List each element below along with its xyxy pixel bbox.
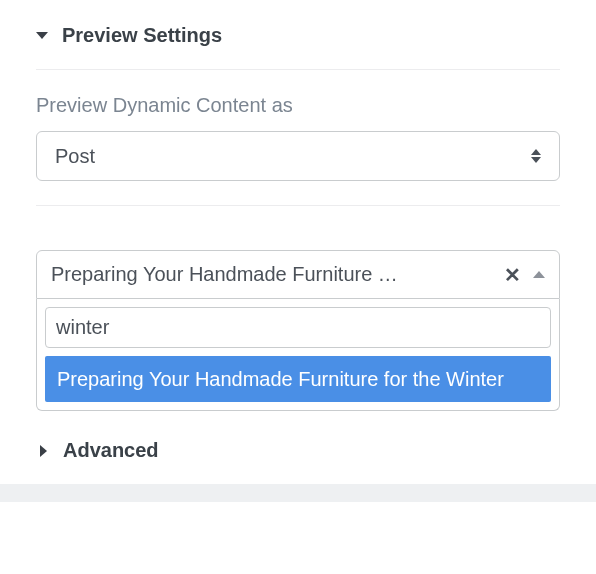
- combobox-selection[interactable]: Preparing Your Handmade Furniture … ✕: [36, 250, 560, 299]
- chevron-up-icon: [533, 271, 545, 278]
- section-title: Preview Settings: [62, 24, 222, 47]
- footer-band: [0, 484, 596, 502]
- post-search-combobox[interactable]: Preparing Your Handmade Furniture … ✕ Pr…: [36, 250, 560, 411]
- preview-settings-header[interactable]: Preview Settings: [36, 24, 560, 70]
- select-stepper-icon: [531, 149, 541, 163]
- combobox-search-wrap[interactable]: [45, 307, 551, 348]
- combobox-dropdown: Preparing Your Handmade Furniture for th…: [36, 299, 560, 411]
- combobox-search-input[interactable]: [56, 316, 540, 339]
- preview-content-select[interactable]: Post: [36, 131, 560, 181]
- chevron-right-icon: [40, 445, 47, 457]
- advanced-title: Advanced: [63, 439, 159, 462]
- chevron-down-icon: [36, 32, 48, 39]
- combobox-value: Preparing Your Handmade Furniture …: [51, 263, 492, 286]
- select-value: Post: [55, 145, 531, 168]
- divider: [36, 205, 560, 206]
- advanced-header[interactable]: Advanced: [40, 439, 560, 462]
- clear-icon[interactable]: ✕: [502, 265, 523, 285]
- combobox-option[interactable]: Preparing Your Handmade Furniture for th…: [45, 356, 551, 402]
- preview-content-label: Preview Dynamic Content as: [36, 94, 560, 117]
